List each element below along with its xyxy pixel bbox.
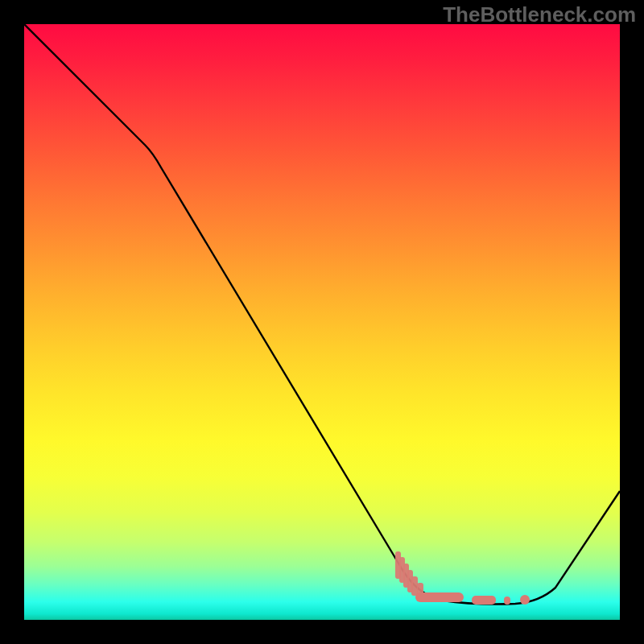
svg-rect-4 (411, 576, 418, 596)
plot-area (24, 24, 620, 620)
svg-rect-8 (504, 597, 510, 605)
watermark-text: TheBottleneck.com (443, 2, 636, 27)
bottleneck-curve (24, 24, 620, 605)
chart-frame: TheBottleneck.com (0, 0, 644, 644)
optimal-zone-marker (395, 551, 530, 605)
svg-rect-6 (415, 592, 464, 602)
curve-layer (24, 24, 620, 620)
svg-point-9 (520, 595, 530, 605)
svg-rect-7 (472, 596, 496, 605)
